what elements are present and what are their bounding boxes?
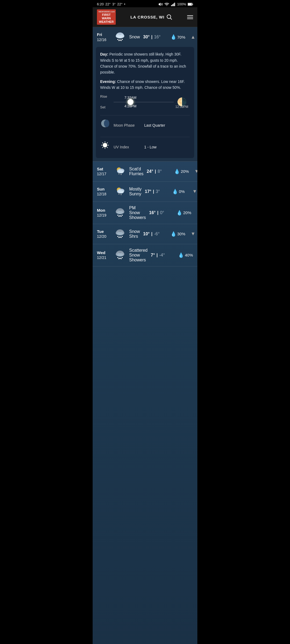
day-label: Tue 12/20 xyxy=(97,229,111,239)
precip-drop-icon: 💧 xyxy=(178,252,184,258)
weather-icon xyxy=(114,207,126,219)
forecast-row-tue[interactable]: Tue 12/20 Snow Shrs 10° | -6° xyxy=(93,224,197,244)
svg-rect-5 xyxy=(173,3,174,6)
day-date: 12/19 xyxy=(97,213,111,218)
precip-value: 40% xyxy=(185,253,193,257)
sunrise-time: 7:32AM xyxy=(124,95,136,101)
header-location: LA CROSSE, WI xyxy=(130,14,173,20)
collapse-chevron[interactable]: ▼ xyxy=(191,189,197,194)
high-temp: 10° xyxy=(143,232,150,236)
forecast-row-sat[interactable]: Sat 12/17 Scat'd Flurries 24° | 8° xyxy=(93,162,197,182)
day-name: Sun xyxy=(97,186,111,192)
forecast-rows: Sat 12/17 Scat'd Flurries 24° | 8° xyxy=(93,162,197,266)
precip-value: 20% xyxy=(183,210,191,215)
precip: 💧 30% xyxy=(171,231,187,237)
collapse-chevron[interactable]: ▼ xyxy=(193,169,197,174)
battery-percent: 100% xyxy=(177,2,186,6)
high-temp: 24° xyxy=(147,169,153,174)
day-row-header[interactable]: Sun 12/18 Mostly Sunny 17° | 3° xyxy=(93,182,197,202)
svg-point-47 xyxy=(117,211,123,214)
day-row-header[interactable]: Tue 12/20 Snow Shrs 10° | -6° xyxy=(93,224,197,244)
day-row-header[interactable]: Mon 12/19 PM Snow Showers 16° | 0° xyxy=(93,202,197,224)
evening-forecast-text: Evening: Chance of snow showers. Low nea… xyxy=(100,79,190,91)
signal-icon xyxy=(171,2,176,6)
svg-point-60 xyxy=(118,237,119,238)
expanded-chevron[interactable]: ▲ xyxy=(190,34,196,40)
svg-point-15 xyxy=(117,35,123,38)
svg-line-11 xyxy=(171,18,172,20)
uv-index-row: UV Index 1 - Low xyxy=(100,137,190,154)
svg-point-67 xyxy=(119,258,121,259)
condition-text: Scattered Snow Showers xyxy=(129,248,147,262)
high-temp: 7° xyxy=(151,253,155,258)
day-row-header[interactable]: Wed 12/21 Scattered Snow Showers 7° | xyxy=(93,244,197,266)
svg-point-41 xyxy=(118,190,124,193)
weather-icon xyxy=(114,165,126,178)
status-temp1: 22° xyxy=(105,2,111,6)
precip-drop-icon: 💧 xyxy=(174,169,180,174)
uv-value: 1 - Low xyxy=(144,144,157,150)
high-temp: 17° xyxy=(145,189,151,194)
expanded-day-header[interactable]: Fri 12/16 Snow xyxy=(93,27,197,47)
evening-label-bold: Evening: xyxy=(100,79,116,84)
day-label: Wed 12/21 xyxy=(97,250,111,260)
svg-line-31 xyxy=(102,147,103,148)
svg-rect-8 xyxy=(193,3,193,5)
logo-main-text: FIRST WARN WEATHER xyxy=(99,13,114,24)
forecast-row-mon[interactable]: Mon 12/19 PM Snow Showers 16° | 0° xyxy=(93,202,197,224)
condition-text: Mostly Sunny xyxy=(129,187,142,196)
temps: 7° | -4° xyxy=(151,253,175,258)
status-left: 6:20 22° 3° 22° • xyxy=(97,2,125,6)
uv-icon xyxy=(100,140,110,154)
svg-point-68 xyxy=(122,257,123,258)
status-bar: 6:20 22° 3° 22° • 100% xyxy=(93,0,197,7)
collapse-chevron[interactable]: ▼ xyxy=(196,210,197,215)
expanded-precip: 💧 70% xyxy=(171,34,187,40)
status-time: 6:20 xyxy=(97,2,104,6)
moon-time: 12:39PM xyxy=(175,104,188,109)
status-dot: • xyxy=(124,2,125,6)
precip-drop-icon: 💧 xyxy=(176,210,182,216)
rise-set-labels: Rise Set xyxy=(100,94,114,111)
precip: 💧 20% xyxy=(174,169,190,174)
day-date: 12/20 xyxy=(97,234,111,239)
expanded-day-row: Fri 12/16 Snow xyxy=(93,27,197,162)
sun-moon-section: Rise Set 7:32AM 4:28PM 🌗 12:39PM xyxy=(100,94,190,111)
svg-line-30 xyxy=(107,142,108,143)
expanded-weather-icon xyxy=(114,31,126,43)
day-label: Sat 12/17 xyxy=(97,166,111,177)
wifi-icon xyxy=(164,2,169,6)
svg-line-29 xyxy=(107,147,108,148)
svg-point-49 xyxy=(119,215,121,216)
temps: 17° | 3° xyxy=(145,189,169,194)
forecast-row-wed[interactable]: Wed 12/21 Scattered Snow Showers 7° | xyxy=(93,244,197,266)
menu-button[interactable] xyxy=(187,15,193,19)
expanded-low: 16° xyxy=(154,35,161,39)
day-row-header[interactable]: Sat 12/17 Scat'd Flurries 24° | 8° xyxy=(93,162,197,181)
precip-drop-icon: 💧 xyxy=(172,189,178,195)
moon-phase-value: Last Quarter xyxy=(144,122,165,128)
app-logo: NEWS8000.com FIRST WARN WEATHER xyxy=(97,9,116,25)
svg-point-19 xyxy=(118,40,119,41)
svg-point-17 xyxy=(119,39,121,41)
day-name: Sat xyxy=(97,166,111,172)
svg-point-42 xyxy=(118,193,119,195)
sun-track-container: 7:32AM 4:28PM xyxy=(114,94,174,110)
main-content: Fri 12/16 Snow xyxy=(93,27,197,644)
status-right: 100% xyxy=(158,2,193,6)
svg-point-18 xyxy=(122,39,123,40)
svg-rect-9 xyxy=(188,3,192,5)
search-icon[interactable] xyxy=(166,14,172,20)
moon-container: 🌗 12:39PM xyxy=(174,94,190,110)
weather-icon xyxy=(114,249,126,261)
svg-point-23 xyxy=(103,143,107,147)
weather-icon xyxy=(114,228,126,240)
svg-rect-4 xyxy=(172,4,173,6)
svg-point-16 xyxy=(117,39,118,40)
svg-rect-6 xyxy=(174,3,175,6)
uv-label: UV Index xyxy=(114,144,140,150)
expanded-high: 30° xyxy=(143,35,150,39)
forecast-row-sun[interactable]: Sun 12/18 Mostly Sunny 17° | 3° xyxy=(93,182,197,202)
expanded-day-date: 12/16 xyxy=(97,37,111,42)
collapse-chevron[interactable]: ▼ xyxy=(190,231,196,237)
